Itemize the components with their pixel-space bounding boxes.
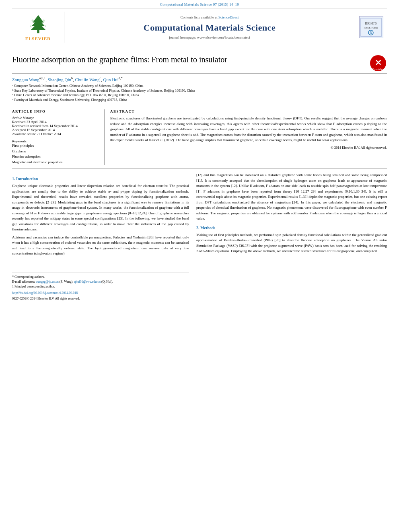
methods-heading: 2. Methods — [196, 225, 387, 231]
footnote-principal: 1 Principal corresponding author. — [12, 284, 189, 289]
article-title: Fluorine adsorption on the graphene film… — [12, 55, 227, 64]
journal-citation: Computational Materials Science 97 (2015… — [160, 2, 239, 6]
info-section: ARTICLE INFO Article history: Received 2… — [12, 106, 387, 168]
page: Computational Materials Science 97 (2015… — [0, 0, 399, 532]
affiliation-b: b State Key Laboratory of Theoretical Ph… — [12, 88, 387, 93]
keyword-4: Magnetic and electronic properties — [12, 160, 99, 165]
svg-text:RESERVED: RESERVED — [364, 26, 378, 29]
svg-point-4 — [31, 20, 34, 22]
svg-text:RIGHTS: RIGHTS — [365, 22, 377, 25]
article-info-heading: ARTICLE INFO — [12, 109, 99, 113]
header-section: ELSEVIER Contents lists available at Sci… — [12, 8, 387, 46]
available-date: Available online 27 October 2014 — [12, 132, 99, 136]
header-right: RIGHTS RESERVED R — [355, 12, 387, 43]
sciencedirect-line: Contents lists available at ScienceDirec… — [181, 15, 239, 19]
keywords-heading: Keywords: — [12, 139, 99, 143]
keyword-2: Graphene — [12, 149, 99, 154]
authors-line: Zongguo Wanga,b,1, Shaojing Qinb, Chuili… — [12, 76, 387, 82]
affiliation-d: d Faculty of Materials and Energy, South… — [12, 98, 387, 103]
footnote-section: * Corresponding authors. E-mail addresse… — [12, 273, 189, 301]
keyword-1: First principles — [12, 143, 99, 149]
accepted-date: Accepted 15 September 2014 — [12, 128, 99, 132]
article-body: Fluorine adsorption on the graphene film… — [12, 46, 387, 305]
intro-para-1: Graphene unique electronic properties an… — [12, 183, 189, 232]
journal-bar: Computational Materials Science 97 (2015… — [0, 0, 399, 8]
footnote-corresponding: * Corresponding authors. — [12, 275, 189, 279]
author-1[interactable]: Zongguo Wang — [12, 77, 39, 82]
revised-date: Received in revised form 14 September 20… — [12, 124, 99, 128]
author-4[interactable]: Qun Hui — [103, 77, 119, 82]
elsevier-label: ELSEVIER — [25, 36, 51, 41]
history-label: Article history: — [12, 116, 99, 120]
col-right: [12] and this magnetism can be stabilize… — [196, 173, 387, 301]
header-logo: ELSEVIER — [12, 12, 64, 43]
svg-point-7 — [45, 25, 46, 27]
affiliation-c: c China Center of Advanced Science and T… — [12, 93, 387, 98]
elsevier-logo: ELSEVIER — [24, 13, 52, 41]
svg-text:CrossMark: CrossMark — [372, 68, 384, 70]
journal-title: Computational Materials Science — [144, 23, 276, 33]
svg-point-6 — [30, 25, 31, 27]
abstract-heading: ABSTRACT — [110, 109, 387, 113]
header-center: Contents lists available at ScienceDirec… — [64, 12, 355, 43]
article-title-section: Fluorine adsorption on the graphene film… — [12, 50, 387, 74]
email2-link[interactable]: qhui01@swu.edu.cn — [74, 280, 101, 283]
keywords-section: Keywords: First principles Graphene Fluo… — [12, 139, 99, 165]
doi-link[interactable]: http://dx.doi.org/10.1016/j.commatsci.20… — [12, 291, 189, 296]
sciencedirect-link[interactable]: ScienceDirect — [218, 15, 239, 19]
footnote-email: E-mail addresses: wangzg@ip.ac.cn (Z. Wa… — [12, 279, 189, 284]
abstract-col: ABSTRACT Electronic structures of fluori… — [105, 109, 387, 165]
affiliation-a: a Computer Network Information Center, C… — [12, 84, 387, 88]
intro-para-2: Adatoms and vacancies can induce the con… — [12, 235, 189, 257]
author-3[interactable]: Chuilin Wang — [75, 77, 100, 82]
svg-point-5 — [43, 20, 45, 22]
methods-para: Making use of first principles methods, … — [196, 232, 387, 254]
intro-heading: 1. Introduction — [12, 176, 189, 182]
svg-text:R: R — [370, 31, 372, 35]
copyright-line: 0927-0256/© 2014 Elsevier B.V. All right… — [12, 296, 189, 301]
rights-logo: RIGHTS RESERVED R — [359, 16, 383, 38]
journal-homepage: journal homepage: www.elsevier.com/locat… — [169, 35, 250, 39]
main-content: 1. Introduction Graphene unique electron… — [12, 173, 387, 301]
author-2[interactable]: Shaojing Qin — [48, 77, 71, 82]
email1-link[interactable]: wangzg@ip.ac.cn — [36, 280, 59, 283]
article-info-col: ARTICLE INFO Article history: Received 2… — [12, 109, 105, 165]
keyword-3: Fluorine adsorption — [12, 154, 99, 160]
abstract-text: Electronic structures of fluorinated gra… — [110, 116, 387, 143]
received-date: Received 23 April 2014 — [12, 120, 99, 124]
col-left: 1. Introduction Graphene unique electron… — [12, 173, 189, 301]
affiliations: a Computer Network Information Center, C… — [12, 84, 387, 103]
svg-text:✕: ✕ — [374, 58, 381, 67]
right-para-1: [12] and this magnetism can be stabilize… — [196, 173, 387, 222]
crossmark-logo: ✕ CrossMark — [369, 55, 387, 71]
abstract-copyright: © 2014 Elsevier B.V. All rights reserved… — [110, 146, 387, 150]
elsevier-tree-icon — [24, 13, 52, 35]
